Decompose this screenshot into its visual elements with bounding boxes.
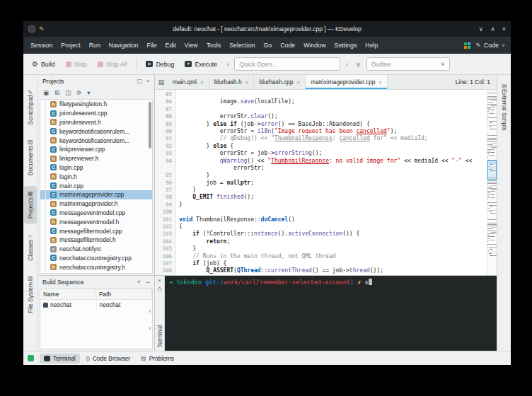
tree-item[interactable]: hmessageeventmodel.h <box>40 217 152 226</box>
tab-close-icon[interactable]: × <box>200 79 204 86</box>
editor-tab-matriximageprovider-cpp[interactable]: matriximageprovider.cpp× <box>306 75 388 89</box>
projects-tool-icon-4[interactable]: ⟳ <box>76 89 81 96</box>
menu-go[interactable]: Go <box>259 37 276 54</box>
code-line <box>179 91 487 98</box>
tree-item[interactable]: Cjoinrulesevent.cpp <box>40 109 152 118</box>
projects-tool-icon-5[interactable]: ▾ <box>87 89 90 96</box>
tree-scrollbar[interactable] <box>149 102 151 148</box>
menu-window[interactable]: Window <box>299 37 330 54</box>
tree-item[interactable]: hmessagefiltermodel.h <box>40 235 152 245</box>
menu-project[interactable]: Project <box>57 37 84 54</box>
tree-item[interactable]: Cmessagefiltermodel.cpp <box>40 226 152 235</box>
menu-view[interactable]: View <box>180 37 202 54</box>
tree-item[interactable]: hneochataccountregistry.h <box>40 262 152 272</box>
debug-button[interactable]: Debug <box>142 59 178 70</box>
nav-down-button[interactable]: ∨ <box>354 60 363 69</box>
nav-prev-button[interactable]: ‹ <box>344 60 350 69</box>
tree-item[interactable]: ≡neochatconfig.kcfg <box>40 272 152 274</box>
tree-item[interactable]: Clinkpreviewer.cpp <box>40 145 152 154</box>
code-line: if (!Controller::instance().activeConnec… <box>179 231 487 238</box>
sidebar-tab-external-scripts[interactable]: ▤External Scripts <box>498 78 511 136</box>
minimize-button[interactable]: ∨ <box>479 25 484 33</box>
tree-item[interactable]: hjoinrulesevent.h <box>40 118 152 127</box>
area-switcher-button[interactable]: ✎ Code ∨ <box>475 42 505 49</box>
status-terminal-button[interactable]: Terminal <box>40 354 80 363</box>
sidebar-tab-classes[interactable]: Classes○ <box>24 228 37 266</box>
close-button[interactable]: × <box>502 25 506 33</box>
tree-item[interactable]: hfiletypesingleton.h <box>40 100 152 109</box>
column-header-name[interactable]: Name <box>40 289 96 299</box>
projects-tool-icon-3[interactable]: ◫ <box>65 89 71 96</box>
tree-item[interactable]: Clogin.cpp <box>40 163 152 173</box>
tree-item[interactable]: hmatriximageprovider.h <box>40 199 152 209</box>
tree-item[interactable]: Cneochataccountregistry.cpp <box>40 254 152 263</box>
document-list-icon[interactable]: ▤ <box>155 75 168 89</box>
menu-selection[interactable]: Selection <box>225 37 259 54</box>
tree-item[interactable]: hlinkpreviewer.h <box>40 154 152 163</box>
titlebar[interactable]: ✎ default: neochat - [ neochat:src/matri… <box>23 21 511 37</box>
editor-tab-blurhash-h[interactable]: blurhash.h× <box>209 75 255 89</box>
menu-settings[interactable]: Settings <box>330 37 362 54</box>
terminal-detach-icon[interactable]: ◇ <box>157 286 161 292</box>
tree-item[interactable]: Cmain.cpp <box>40 181 152 190</box>
menu-navigation[interactable]: Navigation <box>105 37 143 54</box>
maximize-button[interactable]: ∧ <box>490 25 495 33</box>
editor-tab-main-qml[interactable]: main.qml× <box>168 75 209 89</box>
tree-item[interactable]: ≡neochat.notifyrc <box>40 245 152 254</box>
sidebar-tab-scratchpad[interactable]: Scratchpad✎ <box>24 83 37 129</box>
problems-icon: ▤ <box>141 355 146 361</box>
stop-all-button[interactable]: Stop All <box>94 59 131 70</box>
menu-file[interactable]: File <box>142 37 161 54</box>
tab-close-icon[interactable]: × <box>245 79 249 86</box>
menu-tools[interactable]: Tools <box>202 37 226 54</box>
tree-item[interactable]: Cmessageeventmodel.cpp <box>40 209 152 218</box>
code-line: } <box>179 172 487 179</box>
editor-tabbar: ▤ main.qml×blurhash.h×blurhash.cpp×matri… <box>155 75 497 90</box>
quick-open-input[interactable]: Quick Open... <box>234 57 340 71</box>
menu-session[interactable]: Session <box>26 37 57 54</box>
remove-target-button[interactable]: − <box>146 279 150 286</box>
projects-tool-icon-2[interactable]: ⊞ <box>54 89 59 96</box>
minimap-viewport[interactable] <box>487 161 497 180</box>
tree-item[interactable]: hkeywordnotificationrulem... <box>40 136 152 145</box>
move-up-icon[interactable]: ∧ <box>148 308 151 314</box>
menu-edit[interactable]: Edit <box>161 37 180 54</box>
sidebar-tab-file-system[interactable]: File System▥ <box>24 271 37 318</box>
add-target-button[interactable]: + <box>137 279 140 286</box>
build-button[interactable]: ⚙ Build <box>28 59 59 70</box>
build-sequence-row[interactable]: neochatneochat <box>40 300 152 310</box>
status-code-browser-button[interactable]: ()Code Browser <box>82 354 134 363</box>
stop-button[interactable]: Stop <box>62 59 91 70</box>
activities-icon[interactable] <box>464 42 470 49</box>
menu-run[interactable]: Run <box>85 37 105 54</box>
cpp-file-icon: C <box>50 128 57 134</box>
code-area[interactable]: image.save(localFile); errorStr.clear();… <box>176 90 487 275</box>
tree-item[interactable]: Cmatriximageprovider.cpp <box>40 190 152 199</box>
float-panel-icon[interactable]: ▢ <box>137 78 143 84</box>
projects-tool-icon-1[interactable]: ▣ <box>43 89 49 96</box>
move-down-icon[interactable]: ∨ <box>148 325 151 331</box>
close-panel-icon[interactable]: × <box>146 78 150 84</box>
column-header-path[interactable]: Path <box>96 289 152 299</box>
execute-button[interactable]: Execute <box>181 59 221 70</box>
editor-tab-blurhash-cpp[interactable]: blurhash.cpp× <box>254 75 306 89</box>
terminal-output[interactable]: ➜ tokodon git:(work/carl/remember-select… <box>165 276 497 351</box>
tab-close-icon[interactable]: × <box>378 79 382 86</box>
menu-code[interactable]: Code <box>276 37 299 54</box>
sidebar-tab-projects[interactable]: Projects▦ <box>24 186 37 223</box>
target-name: neochat <box>50 301 71 308</box>
stop-icon <box>66 62 71 67</box>
tree-item[interactable]: hlogin.h <box>40 172 152 181</box>
menu-help[interactable]: Help <box>361 37 382 54</box>
status-problems-button[interactable]: ▤Problems <box>137 354 178 363</box>
terminal-close-icon[interactable]: × <box>158 277 161 284</box>
code-line: } <box>179 187 487 194</box>
outline-input[interactable]: Outline ∨ <box>366 57 450 71</box>
code-line: return; <box>179 238 487 245</box>
minimap-scrollbar[interactable] <box>487 90 497 275</box>
tab-close-icon[interactable]: × <box>296 79 300 86</box>
sidebar-tab-documents[interactable]: Documents▤ <box>24 134 37 180</box>
toolbar-overflow-icon[interactable]: › <box>224 61 231 68</box>
tree-item[interactable]: Ckeywordnotificationrulem... <box>40 127 152 136</box>
code-line: job = nullptr; <box>179 180 487 187</box>
